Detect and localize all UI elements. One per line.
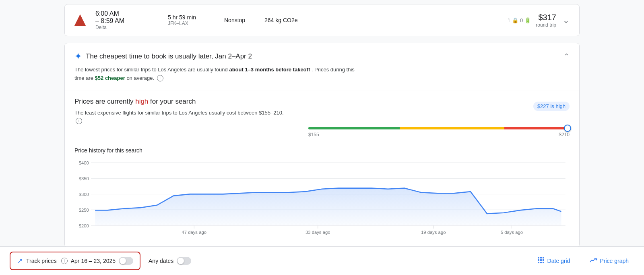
cheapest-header-left: ✦ The cheapest time to book is usually l… [74, 51, 252, 62]
flight-emissions: 264 kg CO2e [264, 17, 305, 23]
svg-text:33 days ago: 33 days ago [305, 230, 330, 235]
sparkle-icon: ✦ [74, 51, 82, 62]
flight-price: $317 [536, 13, 556, 22]
high-description: The least expensive flights for similar … [74, 109, 292, 125]
high-title: Prices are currently high for your searc… [74, 98, 292, 106]
round-trip-label: round trip [536, 22, 556, 28]
seat-icon: 1 [508, 17, 510, 23]
info-icon-1[interactable]: i [157, 75, 163, 81]
prices-section: Prices are currently high for your searc… [74, 98, 570, 138]
price-slider[interactable] [308, 127, 570, 129]
svg-text:$300: $300 [79, 192, 89, 196]
flight-route: JFK–LAX [168, 21, 216, 26]
cheapest-title: The cheapest time to book is usually lat… [86, 52, 252, 60]
slider-high-label: $210 [559, 132, 570, 138]
flight-duration: 5 hr 59 min JFK–LAX [168, 14, 216, 26]
airline-logo [73, 13, 87, 27]
flight-icons: 1 🔒 0 🔋 [508, 17, 531, 23]
lock-icon: 🔒 [512, 17, 518, 23]
flight-price-section: 1 🔒 0 🔋 $317 round trip ⌄ [508, 13, 571, 28]
chart-svg: $400 $350 $300 $250 $200 47 days ago 33 … [74, 158, 570, 239]
info-icon-2[interactable]: i [76, 118, 82, 124]
bottom-toolbar: ↗ Track prices i Apr 16 – 23, 2025 Any d… [0, 246, 644, 252]
duration-text: 5 hr 59 min [168, 14, 216, 21]
slider-track [308, 127, 570, 129]
slider-low-label: $155 [308, 132, 319, 138]
count-icon: 0 [520, 17, 523, 23]
svg-text:47 days ago: 47 days ago [182, 230, 206, 235]
svg-text:$350: $350 [79, 176, 89, 181]
price-block: $317 round trip [536, 13, 556, 28]
battery-icon: 🔋 [524, 17, 531, 23]
svg-text:$250: $250 [79, 207, 89, 212]
flight-times: 6:00 AM – 8:59 AM Delta [95, 10, 160, 30]
svg-text:19 days ago: 19 days ago [421, 230, 446, 235]
cheaper-text: $52 cheaper [95, 75, 125, 81]
description-bold: about 1–3 months before takeoff [229, 67, 310, 73]
divider [65, 90, 579, 90]
prices-right: $227 is high $155 $210 [308, 98, 570, 138]
price-history-chart: $400 $350 $300 $250 $200 47 days ago 33 … [74, 158, 570, 239]
svg-marker-0 [74, 15, 86, 26]
high-indicator: high [135, 98, 148, 105]
expand-button[interactable]: ⌄ [561, 14, 571, 27]
flight-arrival: – 8:59 AM [95, 17, 160, 25]
cheapest-time-card: ✦ The cheapest time to book is usually l… [64, 43, 580, 248]
flight-card: 6:00 AM – 8:59 AM Delta 5 hr 59 min JFK–… [64, 4, 580, 36]
collapse-button[interactable]: ⌃ [564, 52, 570, 61]
price-history-title: Price history for this search [74, 147, 570, 154]
svg-text:$200: $200 [79, 223, 89, 228]
svg-text:$400: $400 [79, 160, 89, 165]
svg-text:5 days ago: 5 days ago [501, 230, 523, 235]
flight-stops: Nonstop [224, 17, 256, 23]
cheapest-description: The lowest prices for similar trips to L… [74, 66, 356, 83]
cheapest-header: ✦ The cheapest time to book is usually l… [74, 51, 570, 62]
prices-left: Prices are currently high for your searc… [74, 98, 292, 125]
airline-name: Delta [95, 25, 160, 30]
slider-labels: $155 $210 [308, 132, 570, 138]
price-badge: $227 is high [533, 102, 570, 111]
flight-time: 6:00 AM [95, 10, 160, 17]
slider-thumb[interactable] [564, 125, 571, 132]
